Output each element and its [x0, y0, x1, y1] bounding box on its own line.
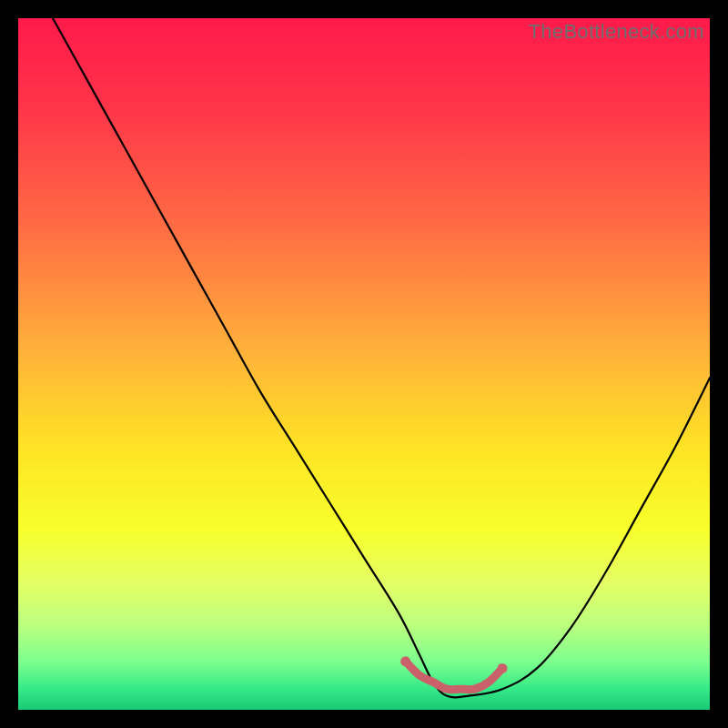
svg-point-1 [400, 656, 410, 666]
plot-area: TheBottleneck.com [18, 18, 710, 710]
watermark-text: TheBottleneck.com [529, 20, 704, 44]
bottleneck-curve [53, 18, 710, 697]
optimal-flat-segment [406, 662, 502, 690]
svg-point-2 [498, 663, 508, 673]
chart-frame: TheBottleneck.com [0, 0, 728, 728]
curve-layer [18, 18, 710, 710]
